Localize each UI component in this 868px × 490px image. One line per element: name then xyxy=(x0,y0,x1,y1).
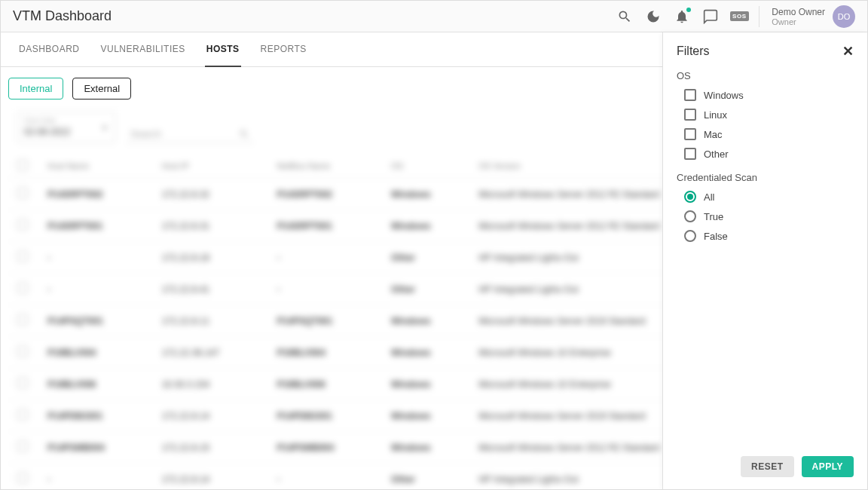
header-right: SOS Demo Owner Owner DO xyxy=(617,5,855,28)
col-host-name[interactable]: Host Name xyxy=(38,154,153,179)
cell-netbios: P14PSQT001 xyxy=(267,305,382,337)
search-icon[interactable] xyxy=(617,9,632,24)
cell-netbios: P19BLV006 xyxy=(267,369,382,400)
cell-os: Windows xyxy=(382,337,469,369)
cell-host-ip: 172.22.8.15 xyxy=(153,432,268,464)
cell-netbios: P14SRPT002 xyxy=(267,179,382,210)
cell-host-name: P14PDB3301 xyxy=(38,400,153,432)
os-option-other[interactable]: Other xyxy=(684,148,854,160)
row-checkbox[interactable] xyxy=(17,283,28,293)
scan-date-select[interactable]: Scan Date 02-08-2022 ▼ xyxy=(17,112,115,143)
cell-os: Other xyxy=(382,464,469,491)
header-icons: SOS xyxy=(617,9,747,24)
notification-dot xyxy=(686,8,691,12)
chip-external[interactable]: External xyxy=(72,78,131,100)
radio-icon xyxy=(684,191,696,203)
cell-netbios: P14PSMB004 xyxy=(267,432,382,464)
row-checkbox[interactable] xyxy=(17,473,28,483)
radio-icon xyxy=(684,210,696,222)
row-checkbox[interactable] xyxy=(17,314,28,325)
cell-host-ip: 172.22.6.31 xyxy=(153,210,268,242)
user-menu[interactable]: Demo Owner Owner DO xyxy=(772,5,855,28)
cell-os: Windows xyxy=(382,400,469,432)
os-option-linux[interactable]: Linux xyxy=(684,109,854,121)
option-label: True xyxy=(704,211,723,222)
cred-option-false[interactable]: False xyxy=(684,230,854,242)
os-option-mac[interactable]: Mac xyxy=(684,128,854,140)
cell-host-ip: 172.22.6.32 xyxy=(153,179,268,210)
tab-vulnerabilities[interactable]: VULNERABILITIES xyxy=(99,32,187,67)
row-checkbox[interactable] xyxy=(17,409,28,420)
col-host-ip[interactable]: Host IP xyxy=(153,154,268,179)
cell-netbios: P14PDB3301 xyxy=(267,400,382,432)
cell-host-ip: 172.22.8.18 xyxy=(153,242,268,274)
cred-section-label: Credentialed Scan xyxy=(677,172,854,183)
cred-option-true[interactable]: True xyxy=(684,210,854,222)
close-icon[interactable]: ✕ xyxy=(842,44,854,58)
cell-host-name: - xyxy=(38,464,153,491)
option-label: Other xyxy=(704,149,729,160)
tab-reports[interactable]: REPORTS xyxy=(259,32,308,67)
tab-hosts[interactable]: HOSTS xyxy=(205,32,241,67)
sos-icon[interactable]: SOS xyxy=(732,9,747,24)
cell-host-name: - xyxy=(38,274,153,305)
cell-host-name: - xyxy=(38,242,153,274)
checkbox-icon xyxy=(684,109,696,121)
cell-host-ip: 172.22.8.11 xyxy=(153,305,268,337)
filters-header: Filters ✕ xyxy=(663,32,867,66)
cell-netbios: - xyxy=(267,274,382,305)
cell-os: Windows xyxy=(382,179,469,210)
avatar: DO xyxy=(833,5,855,28)
checkbox-icon xyxy=(684,148,696,160)
cell-host-ip: 172.22.36.147 xyxy=(153,337,268,369)
row-checkbox[interactable] xyxy=(17,188,28,198)
cell-host-name: P19BLV004 xyxy=(38,337,153,369)
row-checkbox[interactable] xyxy=(17,346,28,357)
row-checkbox[interactable] xyxy=(17,219,28,230)
bell-icon[interactable] xyxy=(674,9,689,24)
cell-os: Windows xyxy=(382,369,469,400)
os-option-windows[interactable]: Windows xyxy=(684,89,854,101)
row-checkbox[interactable] xyxy=(17,441,28,452)
cell-host-name: P14PSMB004 xyxy=(38,432,153,464)
cell-netbios: - xyxy=(267,242,382,274)
search-input[interactable]: Search xyxy=(126,125,254,143)
reset-button[interactable]: RESET xyxy=(741,456,794,477)
cell-host-name: P14SRPT001 xyxy=(38,210,153,242)
cell-os: Other xyxy=(382,242,469,274)
apply-button[interactable]: APPLY xyxy=(802,456,854,477)
checkbox-icon xyxy=(684,128,696,140)
os-section-label: OS xyxy=(677,70,854,81)
option-label: Windows xyxy=(704,90,744,101)
cell-host-ip: 172.22.8.14 xyxy=(153,464,268,491)
option-label: False xyxy=(704,231,728,242)
row-checkbox[interactable] xyxy=(17,378,28,388)
chevron-down-icon: ▼ xyxy=(101,124,108,132)
chat-icon[interactable] xyxy=(703,9,718,24)
search-icon xyxy=(239,129,249,139)
chip-internal[interactable]: Internal xyxy=(8,78,63,100)
row-checkbox[interactable] xyxy=(17,251,28,262)
select-all-checkbox[interactable] xyxy=(17,160,28,170)
option-label: All xyxy=(704,191,714,203)
cell-netbios: - xyxy=(267,464,382,491)
user-text: Demo Owner Owner xyxy=(772,7,825,26)
checkbox-icon xyxy=(684,89,696,101)
cell-host-name: P19BLV006 xyxy=(38,369,153,400)
cell-host-name: P14PSQT001 xyxy=(38,305,153,337)
tab-dashboard[interactable]: DASHBOARD xyxy=(17,32,81,67)
cell-os: Other xyxy=(382,274,469,305)
os-options: WindowsLinuxMacOther xyxy=(677,89,854,160)
col-os[interactable]: OS xyxy=(382,154,469,179)
cell-os: Windows xyxy=(382,305,469,337)
user-role: Owner xyxy=(772,17,825,26)
filters-footer: RESET APPLY xyxy=(663,447,867,489)
moon-icon[interactable] xyxy=(646,9,661,24)
col-netbios[interactable]: NetBios Name xyxy=(267,154,382,179)
cred-options: AllTrueFalse xyxy=(677,191,854,242)
option-label: Mac xyxy=(704,129,723,140)
cred-option-all[interactable]: All xyxy=(684,191,854,203)
cell-os: Windows xyxy=(382,210,469,242)
cell-host-ip: 172.22.8.14 xyxy=(153,400,268,432)
option-label: Linux xyxy=(704,109,727,121)
